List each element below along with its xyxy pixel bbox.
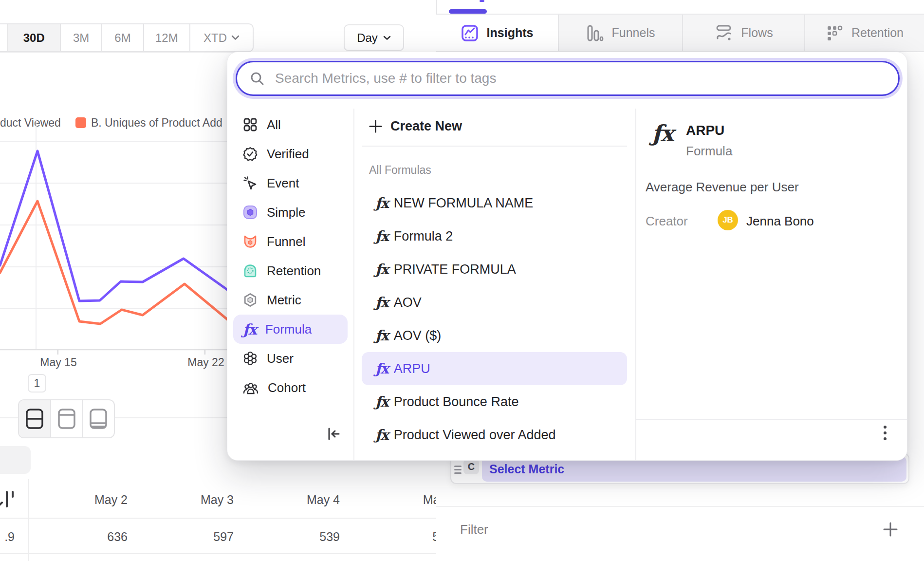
search-input[interactable]	[275, 71, 898, 86]
formula-item[interactable]: ƒxAOV ($)	[353, 319, 635, 352]
metric-letter-badge[interactable]: C	[463, 459, 479, 474]
formula-fx-icon: ƒx	[375, 228, 388, 244]
formula-item[interactable]: ƒxProduct Bounce Rate	[353, 385, 635, 418]
table-cell: 59	[397, 528, 436, 545]
formula-item[interactable]: ƒxFormula 2	[353, 220, 635, 253]
formula-fx-icon: ƒx	[375, 294, 388, 311]
retention-icon	[243, 263, 258, 278]
clipped-icon-fragment	[480, 0, 484, 2]
formula-label: NEW FORMULA NAME	[394, 196, 534, 211]
formula-item[interactable]: ƒxAOV	[353, 286, 635, 319]
category-cohort[interactable]: Cohort	[227, 373, 353, 402]
layout-top-button[interactable]	[51, 400, 83, 437]
user-cluster-icon	[243, 351, 258, 366]
metric-picker-popover: All Verified Event	[227, 52, 907, 461]
series-line-orange[interactable]	[0, 201, 227, 324]
create-new-button[interactable]: Create New	[353, 112, 635, 141]
layout-bottom-button[interactable]	[83, 400, 114, 437]
retention-grid-icon	[826, 24, 843, 42]
category-funnel[interactable]: Funnel	[227, 227, 353, 256]
detail-creator-label: Creator	[646, 214, 688, 229]
metric-search-field[interactable]	[236, 61, 900, 96]
create-new-label: Create New	[390, 119, 462, 134]
table-header[interactable]: May 2	[79, 491, 128, 508]
category-verified[interactable]: Verified	[227, 139, 353, 168]
column-divider	[635, 109, 636, 461]
formula-fx-icon: ƒx	[375, 261, 388, 278]
formula-item[interactable]: ƒxNEW FORMULA NAME	[353, 187, 635, 220]
avatar: JB	[718, 210, 738, 230]
simple-metric-icon	[243, 205, 258, 220]
granularity-dropdown[interactable]: Day	[344, 24, 404, 51]
time-range-12m[interactable]: 12M	[144, 24, 190, 51]
chevron-down-icon	[383, 36, 391, 40]
tab-label: Insights	[487, 26, 534, 40]
layout-toggle-group	[18, 399, 115, 438]
time-range-xtd[interactable]: XTD	[190, 24, 253, 51]
time-range-3m[interactable]: 3M	[61, 24, 102, 51]
formula-item[interactable]: ƒxPRIVATE FORMULA	[353, 253, 635, 286]
tab-retention[interactable]: Retention	[804, 15, 924, 51]
time-range-label: 3M	[73, 31, 89, 45]
badge-letter: C	[468, 461, 475, 472]
granularity-label: Day	[357, 31, 378, 45]
category-all[interactable]: All	[227, 110, 353, 139]
avatar-initials: JB	[722, 215, 733, 225]
active-tab-underline	[449, 9, 487, 14]
category-user[interactable]: User	[227, 344, 353, 373]
category-label: Event	[267, 176, 299, 191]
drag-handle-icon[interactable]	[454, 466, 462, 476]
plus-icon	[369, 120, 382, 133]
formula-fx-icon: ƒx	[375, 360, 388, 377]
layout-split-button[interactable]	[19, 400, 51, 437]
table-cell: 597	[185, 528, 234, 545]
tab-label: Retention	[851, 26, 904, 40]
formula-label: AOV ($)	[394, 328, 442, 343]
time-range-6m[interactable]: 6M	[102, 24, 144, 51]
category-label: Verified	[267, 147, 309, 162]
category-label: Cohort	[268, 380, 306, 395]
formula-fx-icon: ƒx	[375, 195, 388, 211]
chevron-down-icon	[231, 35, 240, 40]
detail-creator-name: Jenna Bono	[746, 214, 814, 229]
detail-footer-divider	[635, 419, 907, 420]
formula-label: PRIVATE FORMULA	[394, 262, 516, 277]
layout-top-icon	[57, 407, 76, 430]
time-range-30d[interactable]: 30D	[8, 24, 61, 51]
tab-insights[interactable]: Insights	[436, 15, 558, 51]
formula-item-selected[interactable]: ƒxARPU	[362, 352, 627, 385]
page-number: 1	[34, 377, 40, 390]
event-click-icon	[243, 176, 258, 190]
category-formula[interactable]: ƒx Formula	[233, 315, 348, 344]
line-chart[interactable]	[0, 117, 243, 370]
category-metric[interactable]: Metric	[227, 285, 353, 315]
filter-section-label: Filter	[460, 521, 488, 538]
collapse-sidebar-button[interactable]	[326, 426, 341, 442]
more-options-button[interactable]	[876, 424, 894, 442]
report-type-tabbar: Insights Funnels Flows	[436, 14, 924, 52]
pagination-page-button[interactable]: 1	[28, 374, 46, 393]
table-cell: .9	[0, 528, 15, 545]
add-filter-button[interactable]	[882, 521, 899, 538]
table-header[interactable]: May 4	[291, 491, 340, 508]
app-root: 30D 3M 6M 12M XTD Day duct Viewed B. Uni…	[0, 0, 924, 561]
series-line-purple[interactable]	[0, 151, 227, 301]
metric-hexagon-icon	[243, 293, 258, 307]
x-axis-label: May 15	[29, 356, 88, 369]
detail-type: Formula	[686, 144, 732, 159]
table-header[interactable]: May 3	[185, 491, 234, 508]
tab-flows[interactable]: Flows	[682, 15, 804, 51]
time-range-clipped[interactable]	[0, 24, 8, 51]
sort-descending-icon[interactable]	[0, 490, 18, 509]
category-label: Metric	[267, 293, 301, 308]
tab-funnels[interactable]: Funnels	[558, 15, 682, 51]
table-header[interactable]: May	[397, 491, 436, 508]
funnels-bars-icon	[586, 24, 604, 42]
formula-item[interactable]: ƒxProduct Viewed over Added	[353, 418, 635, 451]
table-column-divider	[28, 479, 29, 561]
category-retention[interactable]: Retention	[227, 256, 353, 285]
category-event[interactable]: Event	[227, 168, 353, 198]
category-simple[interactable]: Simple	[227, 198, 353, 227]
search-icon	[250, 71, 264, 86]
flows-icon	[714, 24, 733, 42]
